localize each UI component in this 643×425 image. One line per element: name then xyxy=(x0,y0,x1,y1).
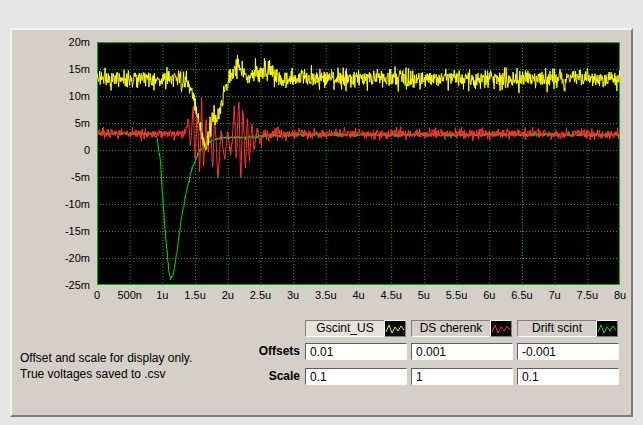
legend-label-drift-scint[interactable]: Drift scint xyxy=(517,320,597,337)
y-tick-label: -15m xyxy=(12,225,90,237)
scale-input-2[interactable] xyxy=(411,368,513,385)
offset-input-2[interactable] xyxy=(411,343,513,360)
y-tick-label: -5m xyxy=(12,171,90,183)
legend-icon-ds-cherenk[interactable] xyxy=(490,320,512,337)
offset-input-3[interactable] xyxy=(517,343,619,360)
scale-input-3[interactable] xyxy=(517,368,619,385)
legend-icon-gscint-us[interactable] xyxy=(384,320,406,337)
plot-svg xyxy=(97,42,620,285)
legend-icon-drift-scint[interactable] xyxy=(596,320,618,337)
plot-area xyxy=(97,42,620,285)
y-tick-label: 10m xyxy=(12,90,90,102)
offset-input-1[interactable] xyxy=(305,343,407,360)
front-panel: 20m15m10m5m0-5m-10m-15m-20m-25m 0500n1u1… xyxy=(10,28,633,417)
y-tick-label: -20m xyxy=(12,252,90,264)
display-note-line1: Offset and scale for display only. xyxy=(20,350,250,366)
display-note-line2: True voltages saved to .csv xyxy=(20,366,250,382)
app-window: 20m15m10m5m0-5m-10m-15m-20m-25m 0500n1u1… xyxy=(0,0,643,425)
y-tick-label: 5m xyxy=(12,117,90,129)
display-note: Offset and scale for display only. True … xyxy=(20,350,250,382)
legend-label-gscint-us[interactable]: Gscint_US xyxy=(305,320,385,337)
y-tick-label: 15m xyxy=(12,63,90,75)
x-tick-label: 8u xyxy=(600,289,640,301)
scale-input-1[interactable] xyxy=(305,368,407,385)
y-tick-label: 20m xyxy=(12,36,90,48)
y-tick-label: 0 xyxy=(12,144,90,156)
y-tick-label: -10m xyxy=(12,198,90,210)
legend-label-ds-cherenk[interactable]: DS cherenk xyxy=(411,320,491,337)
